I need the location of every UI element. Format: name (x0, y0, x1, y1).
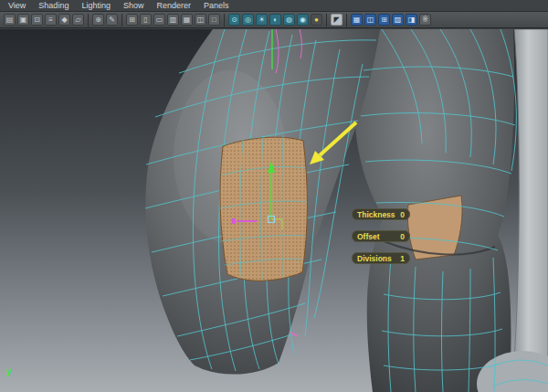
hud-offset[interactable]: Offset 0 (352, 230, 410, 242)
menu-panels[interactable]: Panels (197, 0, 236, 12)
bookmark-icon[interactable]: ◆ (58, 14, 70, 26)
gamma-indicator-icon[interactable]: ● (311, 14, 322, 26)
panel-toolbar: ▤▣⊡≡◆▱⊕✎⊞▯▭▥▦◫□⊙◎☀◐◍◉●◤▦◫⊞▨◨※ (0, 12, 548, 28)
hud-offset-value[interactable]: 0 (400, 232, 405, 241)
axis-indicator-y: y (6, 366, 12, 376)
hud-divisions-value[interactable]: 1 (400, 254, 405, 263)
toolbar-separator (326, 14, 327, 26)
shadows-icon[interactable]: ◐ (269, 14, 281, 26)
safe-title-icon[interactable]: □ (208, 14, 220, 26)
hud-thickness-label: Thickness (357, 210, 395, 219)
body-mesh[interactable] (145, 29, 548, 392)
selection-faces[interactable] (220, 135, 307, 281)
lock-camera-icon[interactable]: ⊡ (31, 14, 43, 26)
toolbar-separator (121, 14, 122, 26)
field-chart-icon[interactable]: ▦ (181, 14, 193, 26)
panel-layout-icon[interactable]: ▤ (4, 14, 16, 26)
image-plane-icon[interactable]: ▱ (72, 14, 84, 26)
viewport-canvas[interactable]: Thickness 0 Offset 0 Divisions 1 y (0, 29, 548, 392)
toolbar-separator (224, 14, 225, 26)
gate-mask-icon[interactable]: ▥ (167, 14, 179, 26)
xray-icon[interactable]: ◫ (364, 14, 376, 26)
lighting-icon[interactable]: ☀ (256, 14, 268, 26)
frame-selection-icon[interactable]: ◎ (242, 14, 254, 26)
wireframe-on-shaded-icon[interactable]: ⊞ (378, 14, 390, 26)
camera-attributes-icon[interactable]: ≡ (45, 14, 57, 26)
resolution-gate-icon[interactable]: ▭ (153, 14, 165, 26)
motion-blur-icon[interactable]: ◉ (297, 14, 309, 26)
panel-menu-bar: View Shading Lighting Show Renderer Pane… (0, 0, 548, 12)
select-camera-icon[interactable]: ▣ (17, 14, 29, 26)
two-d-pan-zoom-icon[interactable]: ⊕ (92, 14, 104, 26)
share-icon[interactable]: ※ (419, 14, 431, 26)
menu-view[interactable]: View (2, 0, 32, 12)
hud-thickness[interactable]: Thickness 0 (352, 208, 410, 220)
toolbar-separator (88, 14, 89, 26)
toolbar-separator (346, 14, 347, 26)
grid-icon[interactable]: ⊞ (126, 14, 138, 26)
menu-shading[interactable]: Shading (32, 0, 75, 12)
frame-all-icon[interactable]: ⊙ (228, 14, 240, 26)
isolate-select-icon[interactable]: ▦ (351, 14, 363, 26)
use-default-material-icon[interactable]: ◨ (406, 14, 417, 26)
hud-thickness-value[interactable]: 0 (400, 210, 405, 219)
maya-panel-window: View Shading Lighting Show Renderer Pane… (0, 0, 548, 392)
menu-show[interactable]: Show (117, 0, 151, 12)
menu-lighting[interactable]: Lighting (75, 0, 117, 12)
hud-divisions[interactable]: Divisions 1 (352, 252, 410, 264)
scene-svg (0, 29, 548, 392)
menu-renderer[interactable]: Renderer (150, 0, 197, 12)
textured-icon[interactable]: ▨ (392, 14, 404, 26)
film-gate-icon[interactable]: ▯ (140, 14, 152, 26)
occlusion-icon[interactable]: ◍ (283, 14, 295, 26)
hud-offset-label: Offset (357, 232, 380, 241)
hud-divisions-label: Divisions (357, 254, 392, 263)
safe-action-icon[interactable]: ◫ (195, 14, 206, 26)
grease-pencil-icon[interactable]: ✎ (106, 14, 118, 26)
select-tool-icon[interactable]: ◤ (331, 14, 342, 26)
